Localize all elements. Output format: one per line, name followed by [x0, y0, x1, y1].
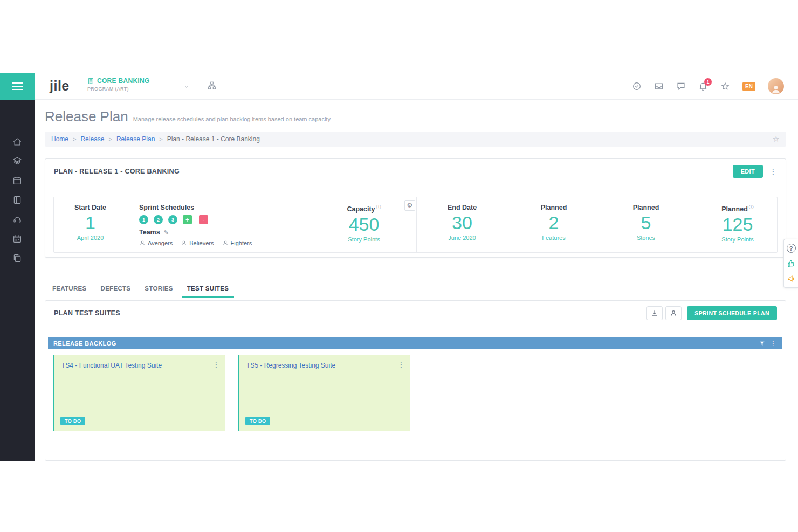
team-chip-believers[interactable]: Believers: [181, 240, 214, 246]
breadcrumb-separator: >: [73, 136, 76, 142]
announcement-icon[interactable]: [787, 274, 795, 283]
sprint-3-button[interactable]: 3: [168, 215, 177, 224]
breadcrumb-release[interactable]: Release: [80, 135, 104, 143]
info-icon[interactable]: ⓘ: [749, 204, 754, 210]
chat-icon[interactable]: [676, 81, 686, 91]
plan-card-title: PLAN - RELEASE 1 - CORE BANKING: [54, 168, 180, 175]
bookmark-star-icon[interactable]: ☆: [773, 134, 780, 144]
plan-stats-panel: Start Date 1 April 2020 Sprint Schedules…: [53, 197, 778, 253]
assign-user-button[interactable]: [665, 306, 682, 320]
test-suite-card-ts5[interactable]: TS5 - Regressing Testing Suite ⋮ TO DO: [238, 355, 410, 431]
status-badge: TO DO: [60, 417, 85, 425]
remove-sprint-button[interactable]: -: [199, 215, 208, 224]
planned-features-label: Planned: [516, 204, 591, 211]
building-icon: [87, 78, 94, 85]
capacity-label: Capacity: [347, 205, 375, 213]
card-more-options-icon[interactable]: ⋮: [397, 361, 405, 368]
release-backlog-title: RELEASE BACKLOG: [53, 340, 116, 347]
top-bar: jile CORE BANKING PROGRAM (ART): [35, 73, 798, 100]
start-date-label: Start Date: [54, 204, 127, 211]
test-suite-title[interactable]: TS4 - Functional UAT Testing Suite: [61, 362, 207, 369]
sidebar-item-support[interactable]: [11, 213, 23, 225]
sidebar-item-backlog[interactable]: [11, 155, 23, 167]
edit-button[interactable]: EDIT: [733, 165, 763, 178]
end-date-stat: End Date 30 June 2020: [424, 204, 500, 241]
person-icon: [771, 84, 781, 94]
app-window: jile CORE BANKING PROGRAM (ART): [0, 73, 798, 461]
card-more-options-icon[interactable]: ⋮: [212, 361, 220, 368]
end-date-label: End Date: [424, 204, 500, 211]
sprint-schedule-plan-button[interactable]: SPRINT SCHEDULE PLAN: [687, 306, 777, 320]
sidebar-item-home[interactable]: [11, 136, 23, 148]
tab-stories[interactable]: STORIES: [139, 283, 178, 298]
capacity-settings-gear-icon[interactable]: ⚙: [404, 200, 415, 211]
breadcrumb-release-plan[interactable]: Release Plan: [116, 135, 155, 143]
jile-logo[interactable]: jile: [50, 78, 70, 94]
breadcrumb-home[interactable]: Home: [51, 135, 68, 143]
tab-features[interactable]: FEATURES: [47, 283, 92, 298]
chevron-down-icon[interactable]: [183, 82, 190, 92]
team-name: Believers: [189, 240, 214, 246]
divider: [81, 80, 81, 93]
workspace-name: CORE BANKING: [97, 77, 150, 85]
sidebar-item-board[interactable]: [11, 194, 23, 206]
team-chip-avengers[interactable]: Avengers: [139, 240, 173, 246]
start-date-stat: Start Date 1 April 2020: [54, 204, 127, 241]
filter-icon[interactable]: [759, 341, 765, 347]
page-heading: Release Plan Manage release schedules an…: [45, 108, 331, 125]
capacity-stat: Capacityⓘ 450 Story Points: [326, 204, 402, 243]
end-date-sub: June 2020: [424, 234, 500, 241]
content-tabs: FEATURES DEFECTS STORIES TEST SUITES: [47, 283, 234, 298]
inbox-icon[interactable]: [654, 81, 664, 91]
breadcrumb-current: Plan - Release 1 - Core Banking: [167, 135, 260, 143]
test-suite-card-ts4[interactable]: TS4 - Functional UAT Testing Suite ⋮ TO …: [53, 355, 225, 431]
plan-test-suites-card: PLAN TEST SUITES SPRINT SCHEDULE PLAN RE…: [45, 300, 786, 461]
team-chip-fighters[interactable]: Fighters: [222, 240, 252, 246]
test-suite-title[interactable]: TS5 - Regressing Testing Suite: [246, 362, 392, 369]
more-options-icon[interactable]: ⋮: [769, 168, 777, 175]
test-suites-title: PLAN TEST SUITES: [54, 309, 120, 317]
divider: [416, 197, 417, 252]
sprint-schedules-block: Sprint Schedules 1 2 3 + - Teams ✎ Aveng…: [139, 204, 252, 246]
sprint-schedules-label: Sprint Schedules: [139, 204, 252, 211]
info-icon[interactable]: ⓘ: [376, 204, 381, 210]
check-circle-icon[interactable]: [632, 81, 642, 91]
workspace-selector[interactable]: CORE BANKING PROGRAM (ART): [87, 77, 150, 92]
tab-test-suites[interactable]: TEST SUITES: [182, 283, 234, 298]
page-title: Release Plan: [45, 108, 128, 125]
sidebar-item-schedule[interactable]: [11, 233, 23, 245]
edit-teams-pencil-icon[interactable]: ✎: [164, 229, 169, 236]
sidebar-item-reports[interactable]: [11, 252, 23, 264]
sprint-2-button[interactable]: 2: [154, 215, 163, 224]
layers-icon: [12, 156, 22, 166]
planned-stories-stat: Planned 5 Stories: [608, 204, 684, 241]
team-name: Avengers: [148, 240, 173, 246]
team-name: Fighters: [231, 240, 252, 246]
planned-features-value: 2: [516, 212, 591, 234]
thumbs-up-icon[interactable]: [787, 259, 795, 268]
backlog-cards-row: TS4 - Functional UAT Testing Suite ⋮ TO …: [53, 355, 410, 431]
hamburger-menu-button[interactable]: [0, 73, 35, 100]
page-subtitle: Manage release schedules and plan backlo…: [133, 116, 331, 122]
favorites-star-icon[interactable]: [720, 81, 730, 91]
breadcrumb: Home > Release > Release Plan > Plan - R…: [45, 132, 786, 147]
sidebar-item-planning[interactable]: [11, 175, 23, 186]
sprint-1-button[interactable]: 1: [139, 215, 148, 224]
release-backlog-bar: RELEASE BACKLOG ⋮: [48, 337, 782, 349]
language-badge[interactable]: EN: [742, 82, 755, 91]
notification-badge: 1: [704, 78, 712, 86]
user-avatar[interactable]: [768, 78, 784, 94]
topbar-actions: 1 EN: [632, 73, 784, 100]
help-icon[interactable]: ?: [787, 244, 796, 253]
tab-defects[interactable]: DEFECTS: [95, 283, 136, 298]
download-button[interactable]: [646, 306, 663, 320]
breadcrumb-separator: >: [159, 136, 162, 142]
headset-icon: [12, 215, 22, 224]
add-sprint-button[interactable]: +: [183, 215, 192, 224]
hierarchy-icon[interactable]: [207, 81, 217, 93]
backlog-more-options-icon[interactable]: ⋮: [770, 340, 776, 347]
notifications-bell-icon[interactable]: 1: [698, 81, 708, 91]
sidebar: [0, 73, 35, 461]
person-icon: [670, 309, 677, 317]
person-icon: [222, 240, 229, 246]
